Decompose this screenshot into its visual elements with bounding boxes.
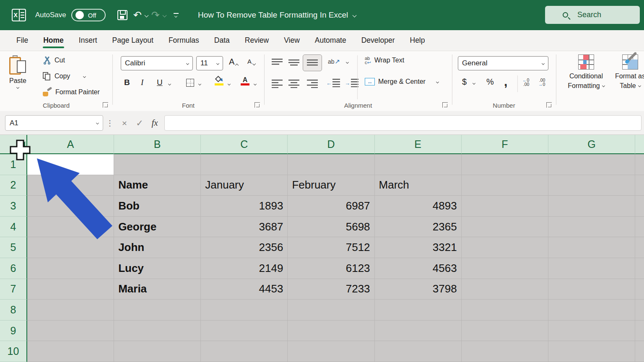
redo-chevron-icon[interactable] [163, 13, 167, 17]
customize-qat-icon[interactable] [174, 13, 179, 17]
cell-D5[interactable]: 7512 [288, 237, 374, 258]
cell-H2[interactable] [635, 175, 644, 196]
column-header-D[interactable]: D [288, 135, 374, 154]
save-icon[interactable] [117, 10, 127, 20]
cell-E9[interactable] [375, 321, 462, 341]
search-input[interactable]: Search [545, 6, 640, 24]
row-header-8[interactable]: 8 [0, 300, 27, 321]
cell-B4[interactable]: George [114, 217, 201, 238]
cell-H1[interactable] [635, 154, 644, 175]
cell-H9[interactable] [635, 321, 644, 341]
cell-C2[interactable]: January [201, 175, 288, 196]
cell-G2[interactable] [548, 175, 635, 196]
bold-button[interactable]: B [124, 78, 130, 87]
cell-C4[interactable]: 3687 [201, 217, 288, 238]
wrap-text-button[interactable]: ab c↩ Wrap Text [365, 56, 404, 65]
cell-A8[interactable] [27, 300, 114, 321]
cell-G4[interactable] [548, 217, 635, 238]
font-dialog-launcher-icon[interactable] [254, 102, 260, 108]
name-box[interactable]: A1 [5, 115, 103, 131]
cell-C10[interactable] [201, 341, 288, 362]
alignment-dialog-launcher-icon[interactable] [442, 102, 448, 108]
cell-B8[interactable] [114, 300, 201, 321]
column-header-A[interactable]: A [27, 135, 114, 154]
select-all-button[interactable] [0, 135, 27, 154]
column-header-partial[interactable] [635, 135, 644, 154]
tab-help[interactable]: Help [404, 32, 431, 49]
cell-G5[interactable] [548, 237, 635, 258]
cell-A2[interactable] [27, 175, 114, 196]
cell-D8[interactable] [288, 300, 374, 321]
cell-G6[interactable] [548, 258, 635, 279]
decrease-decimal-button[interactable]: .00 →0 [538, 78, 545, 86]
align-middle-icon[interactable] [288, 59, 299, 67]
increase-font-size-button[interactable]: A [229, 57, 238, 67]
cancel-icon[interactable]: × [119, 115, 130, 131]
tab-home[interactable]: Home [37, 32, 70, 49]
merge-center-button[interactable]: ↔ Merge & Center [365, 78, 439, 85]
tab-page-layout[interactable]: Page Layout [106, 32, 160, 49]
paste-button[interactable]: Paste [9, 55, 26, 88]
row-header-5[interactable]: 5 [0, 237, 27, 258]
cell-F5[interactable] [462, 237, 548, 258]
cell-D3[interactable]: 6987 [288, 196, 374, 217]
number-format-select[interactable]: General [458, 56, 548, 70]
cell-H7[interactable] [635, 279, 644, 300]
format-painter-button[interactable]: Format Painter [43, 88, 100, 96]
tab-data[interactable]: Data [208, 32, 236, 49]
cell-H4[interactable] [635, 217, 644, 238]
font-color-chevron-icon[interactable] [254, 83, 257, 85]
cell-F3[interactable] [462, 196, 548, 217]
currency-button[interactable]: $ [462, 77, 467, 87]
cell-B1[interactable] [114, 154, 201, 175]
tab-review[interactable]: Review [239, 32, 275, 49]
cell-H5[interactable] [635, 237, 644, 258]
copy-button[interactable]: Copy [43, 72, 86, 80]
orientation-button[interactable]: ab ↗ [328, 58, 340, 65]
cell-D2[interactable]: February [288, 175, 374, 196]
cell-A6[interactable] [27, 258, 114, 279]
percent-button[interactable]: % [486, 77, 494, 87]
column-header-B[interactable]: B [114, 135, 201, 154]
cell-D7[interactable]: 7233 [288, 279, 374, 300]
cell-D6[interactable]: 6123 [288, 258, 374, 279]
cell-C3[interactable]: 1893 [201, 196, 288, 217]
undo-chevron-icon[interactable] [144, 13, 148, 17]
row-header-6[interactable]: 6 [0, 258, 27, 279]
row-header-4[interactable]: 4 [0, 217, 27, 238]
cell-F6[interactable] [462, 258, 548, 279]
tab-automate[interactable]: Automate [309, 32, 353, 49]
align-top-icon[interactable] [272, 59, 283, 67]
cell-G9[interactable] [548, 321, 635, 341]
align-center-icon[interactable] [288, 80, 299, 88]
cell-D10[interactable] [288, 341, 374, 362]
column-header-E[interactable]: E [375, 135, 462, 154]
cell-A7[interactable] [27, 279, 114, 300]
font-size-select[interactable]: 11 [196, 56, 223, 70]
conditional-formatting-button[interactable]: Conditional Formatting [564, 54, 609, 90]
insert-function-button[interactable]: fx [149, 115, 160, 131]
cell-A9[interactable] [27, 321, 114, 341]
cell-D9[interactable] [288, 321, 374, 341]
row-header-9[interactable]: 9 [0, 321, 27, 341]
column-header-C[interactable]: C [201, 135, 288, 154]
cell-E7[interactable]: 3798 [375, 279, 462, 300]
decrease-font-size-button[interactable]: A [247, 58, 255, 65]
cell-E5[interactable]: 3321 [375, 237, 462, 258]
autosave-toggle[interactable]: Off [71, 9, 106, 21]
tab-developer[interactable]: Developer [355, 32, 401, 49]
cell-C9[interactable] [201, 321, 288, 341]
cell-E2[interactable]: March [375, 175, 462, 196]
cell-A10[interactable] [27, 341, 114, 362]
fill-color-button[interactable] [215, 76, 224, 85]
underline-chevron-icon[interactable] [168, 83, 171, 85]
cell-B2[interactable]: Name [114, 175, 201, 196]
cell-C1[interactable] [201, 154, 288, 175]
cell-C6[interactable]: 2149 [201, 258, 288, 279]
row-header-2[interactable]: 2 [0, 175, 27, 196]
cell-A5[interactable] [27, 237, 114, 258]
cell-E10[interactable] [375, 341, 462, 362]
cell-F1[interactable] [462, 154, 548, 175]
borders-button[interactable] [186, 79, 194, 87]
cell-A4[interactable] [27, 217, 114, 238]
